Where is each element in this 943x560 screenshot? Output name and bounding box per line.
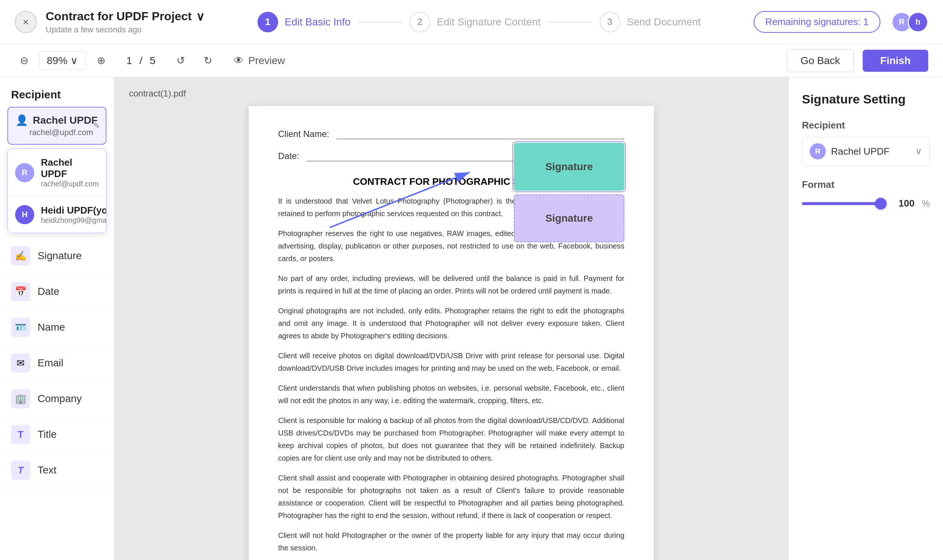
top-bar: × Contract for UPDF Project ∨ Update a f…: [0, 0, 943, 44]
doc-info: Contract for UPDF Project ∨ Update a few…: [46, 9, 205, 35]
slider-pct: %: [922, 198, 930, 209]
doc-subtitle: Update a few seconds ago: [46, 25, 205, 35]
redo-button[interactable]: ↻: [199, 52, 217, 70]
para-4: Original photographs are not included, o…: [278, 305, 624, 342]
preview-icon: 👁: [234, 54, 244, 67]
zoom-display[interactable]: 89% ∨: [39, 51, 86, 70]
page-total: 5: [149, 55, 156, 67]
recipient-selected-email: rachel@updf.com: [29, 128, 99, 137]
slider-value: 100: [892, 198, 915, 209]
page-navigation: 1 / 5: [126, 55, 156, 67]
signature-icon: ✍: [11, 246, 30, 265]
sidebar-field-text[interactable]: T Text: [0, 452, 114, 488]
name-icon: 🪪: [11, 318, 30, 337]
pdf-viewer: contract(1).pdf Signature Signature: [114, 77, 788, 560]
panel-recipient-select[interactable]: R Rachel UPDF ∨: [802, 137, 930, 166]
sidebar-recipient-header: Recipient: [0, 77, 114, 107]
dropdown-item-info-rachel: Rachel UPDF rachel@updf.com: [41, 157, 99, 188]
doc-chevron-icon[interactable]: ∨: [196, 9, 205, 23]
sig-box-green-label: Signature: [545, 161, 593, 173]
para-6: Client understands that when publishing …: [278, 382, 624, 407]
close-button[interactable]: ×: [15, 11, 37, 33]
sidebar-field-title[interactable]: T Title: [0, 417, 114, 452]
date-icon: 📅: [11, 282, 30, 301]
undo-button[interactable]: ↺: [172, 52, 190, 70]
slider-fill: [802, 202, 885, 205]
preview-label: Preview: [248, 55, 285, 67]
recipient-selected-card[interactable]: 👤 Rachel UPDF rachel@updf.com ✎: [8, 107, 106, 145]
sidebar-field-signature[interactable]: ✍ Signature: [0, 238, 114, 274]
dropdown-name-rachel: Rachel UPDF: [41, 157, 99, 180]
zoom-out-button[interactable]: ⊖: [15, 52, 33, 70]
step-3-circle: 3: [600, 12, 620, 32]
right-panel: Signature Setting Recipient R Rachel UPD…: [788, 77, 943, 560]
sidebar: Recipient 👤 Rachel UPDF rachel@updf.com …: [0, 77, 114, 560]
sidebar-field-company[interactable]: 🏢 Company: [0, 381, 114, 417]
sig-box-purple[interactable]: Signature: [514, 194, 624, 242]
doc-title-text: Contract for UPDF Project: [46, 9, 191, 23]
text-icon: T: [11, 461, 30, 480]
client-name-label: Client Name:: [278, 129, 329, 139]
zoom-controls: ⊖ 89% ∨ ⊕: [15, 51, 110, 70]
panel-recipient-chevron-icon: ∨: [915, 146, 922, 157]
dropdown-avatar-r: R: [15, 163, 34, 182]
preview-button[interactable]: 👁 Preview: [226, 50, 293, 71]
page-separator: /: [140, 55, 143, 67]
step-2-label: Edit Signature Content: [437, 16, 541, 28]
client-name-line[interactable]: [337, 128, 624, 139]
email-icon: ✉: [11, 354, 30, 372]
sidebar-field-name[interactable]: 🪪 Name: [0, 310, 114, 345]
recipient-edit-icon: ✎: [93, 121, 100, 131]
recipient-selected-name: 👤 Rachel UPDF: [15, 114, 99, 126]
dropdown-item-rachel[interactable]: R Rachel UPDF rachel@updf.com: [8, 149, 106, 197]
dropdown-item-heidi[interactable]: H Heidi UPDF(you) heidizhong99@gmail.com: [8, 197, 106, 233]
format-label: Format: [802, 179, 930, 190]
slider-thumb[interactable]: [875, 198, 887, 209]
date-label: Date: [38, 286, 59, 297]
slider-track[interactable]: [802, 202, 885, 205]
panel-recipient-avatar: R: [810, 143, 826, 159]
remaining-badge: Remaining signatures: 1: [753, 11, 880, 33]
client-name-row: Client Name:: [278, 128, 624, 139]
zoom-in-button[interactable]: ⊕: [92, 52, 110, 70]
sidebar-field-date[interactable]: 📅 Date: [0, 274, 114, 310]
panel-title: Signature Setting: [802, 92, 930, 106]
company-icon: 🏢: [11, 389, 30, 408]
dropdown-name-heidi: Heidi UPDF(you): [41, 205, 106, 216]
step-1-circle: 1: [257, 12, 278, 32]
panel-recipient-label: Recipient: [802, 120, 930, 131]
recipient-dropdown: R Rachel UPDF rachel@updf.com H Heidi UP…: [8, 148, 106, 233]
recipient-person-icon: 👤: [15, 114, 28, 126]
slider-row: 100 %: [802, 198, 930, 209]
avatar-h[interactable]: h: [908, 12, 928, 32]
sig-box-green[interactable]: Signature: [514, 143, 624, 191]
step-3[interactable]: 3 Send Document: [600, 12, 701, 32]
page-current: 1: [126, 55, 132, 67]
redo-icon: ↻: [204, 54, 212, 67]
name-label: Name: [38, 322, 65, 333]
finish-button[interactable]: Finish: [863, 50, 928, 72]
step-connector-1: [358, 22, 402, 23]
para-5: Client will receive photos on digital do…: [278, 349, 624, 374]
para-3: No part of any order, including previews…: [278, 272, 624, 297]
title-icon: T: [11, 425, 30, 444]
zoom-out-icon: ⊖: [20, 54, 28, 67]
pdf-filename: contract(1).pdf: [129, 88, 186, 98]
dropdown-email-rachel: rachel@updf.com: [41, 180, 99, 188]
step-connector-2: [548, 22, 592, 23]
pdf-page: Signature Signature Client Name:: [249, 106, 654, 560]
dropdown-email-heidi: heidizhong99@gmail.com: [41, 216, 106, 225]
step-3-label: Send Document: [627, 16, 701, 28]
zoom-in-icon: ⊕: [97, 54, 105, 67]
step-1[interactable]: 1 Edit Basic Info: [257, 12, 351, 32]
para-9: Client will not hold Photographer or the…: [278, 529, 624, 554]
sidebar-field-email[interactable]: ✉ Email: [0, 345, 114, 381]
doc-title-row: Contract for UPDF Project ∨: [46, 9, 205, 23]
toolbar: ⊖ 89% ∨ ⊕ 1 / 5 ↺ ↻ 👁 Preview Go Back Fi…: [0, 44, 943, 77]
step-2[interactable]: 2 Edit Signature Content: [410, 12, 541, 32]
company-label: Company: [38, 393, 82, 405]
go-back-button[interactable]: Go Back: [787, 49, 854, 72]
undo-icon: ↺: [176, 54, 185, 67]
para-7: Client is responsible for making a backu…: [278, 414, 624, 464]
panel-recipient-name: Rachel UPDF: [831, 146, 910, 157]
